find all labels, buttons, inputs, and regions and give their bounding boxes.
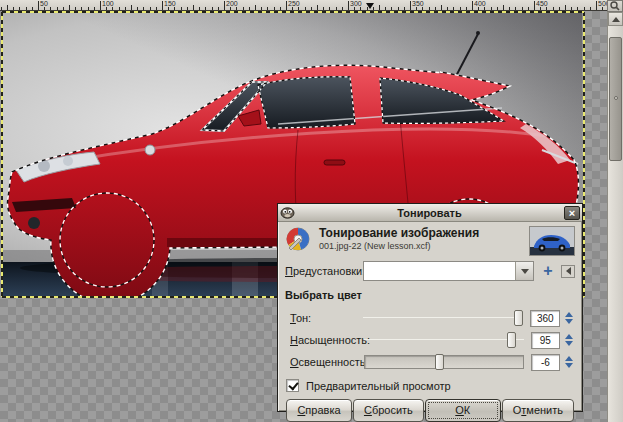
preset-menu-button[interactable] — [561, 265, 575, 278]
reset-button[interactable]: Сбросить — [353, 399, 424, 422]
saturation-slider-handle[interactable] — [507, 332, 516, 348]
ruler-unit-label: 400 — [474, 0, 486, 8]
ruler-unit-label: 300 — [350, 0, 362, 8]
colorize-icon — [285, 226, 311, 252]
presets-dropdown-button[interactable] — [515, 262, 533, 280]
slider-track — [364, 355, 524, 369]
ruler-unit-label: 250 — [288, 0, 300, 8]
dialog-title: Тонировать — [295, 207, 564, 219]
presets-input[interactable] — [364, 262, 515, 280]
hue-slider[interactable] — [363, 309, 523, 327]
ruler-unit-label: 500 — [598, 0, 607, 8]
layer-boundary-top — [2, 11, 584, 13]
magnifier-icon — [610, 1, 620, 11]
colorize-dialog: Тонировать × Тонирование изображения 001… — [277, 203, 583, 412]
ruler-unit-label: 150 — [164, 0, 176, 8]
ruler-unit-label: 350 — [412, 0, 424, 8]
help-button[interactable]: Справка — [286, 399, 352, 422]
dialog-header-subtitle: 001.jpg-22 (New lesson.xcf) — [319, 241, 529, 251]
spin-up-icon — [565, 356, 573, 361]
saturation-spin-buttons[interactable] — [563, 334, 575, 346]
lightness-slider[interactable] — [364, 353, 524, 371]
spin-up-icon — [565, 334, 573, 339]
close-button[interactable]: × — [564, 206, 580, 220]
thumb-grip — [614, 96, 618, 100]
layer-boundary-right — [583, 12, 585, 297]
preview-label: Предварительный просмотр — [306, 380, 451, 392]
preview-checkbox[interactable] — [286, 379, 299, 392]
hue-value[interactable]: 360 — [530, 310, 560, 327]
hue-slider-handle[interactable] — [514, 310, 523, 326]
hue-spin-buttons[interactable] — [563, 312, 575, 324]
saturation-value[interactable]: 95 — [531, 332, 561, 349]
cancel-button[interactable]: Отменить — [502, 399, 574, 422]
layer-boundary-left — [1, 12, 3, 297]
chevron-up-icon — [612, 17, 620, 22]
gimp-window: 50100150200250300350400450500 — [0, 0, 623, 422]
ruler-unit-label: 50 — [40, 0, 48, 8]
spin-down-icon — [565, 341, 573, 346]
saturation-label: Насыщенность: — [290, 334, 364, 346]
spin-down-icon — [565, 363, 573, 368]
ok-button[interactable]: ОК — [425, 399, 501, 422]
presets-combo[interactable] — [363, 261, 534, 281]
saturation-slider[interactable] — [364, 331, 524, 349]
spin-up-icon — [565, 312, 573, 317]
triangle-left-icon — [566, 267, 571, 275]
slider-track — [363, 317, 523, 318]
scroll-up-button[interactable] — [608, 12, 623, 26]
chevron-down-icon — [521, 269, 529, 274]
select-color-heading: Выбрать цвет — [285, 289, 575, 301]
presets-label: Предустановки: — [285, 265, 363, 277]
ruler-unit-label: 200 — [226, 0, 238, 8]
slider-track — [364, 339, 524, 340]
ruler-unit-label: 100 — [102, 0, 114, 8]
hue-label: Тон: — [290, 312, 363, 324]
lightness-value[interactable]: -6 — [531, 354, 561, 371]
ruler-unit-label: 450 — [536, 0, 548, 8]
dialog-titlebar[interactable]: Тонировать × — [278, 204, 582, 222]
scrollbar-thumb[interactable] — [609, 37, 622, 161]
spin-down-icon — [565, 319, 573, 324]
zoom-fit-button[interactable] — [607, 0, 623, 12]
ruler-horizontal[interactable]: 50100150200250300350400450500 — [0, 0, 607, 11]
vertical-scrollbar[interactable] — [607, 12, 623, 422]
wilber-icon — [280, 206, 295, 219]
add-preset-button[interactable]: + — [539, 262, 557, 280]
lightness-label: Освещенность: — [290, 356, 364, 368]
lightness-spin-buttons[interactable] — [563, 356, 575, 368]
dialog-header-title: Тонирование изображения — [319, 226, 529, 240]
ruler-position-marker — [366, 3, 374, 9]
image-thumbnail — [529, 226, 575, 256]
lightness-slider-handle[interactable] — [435, 354, 444, 370]
